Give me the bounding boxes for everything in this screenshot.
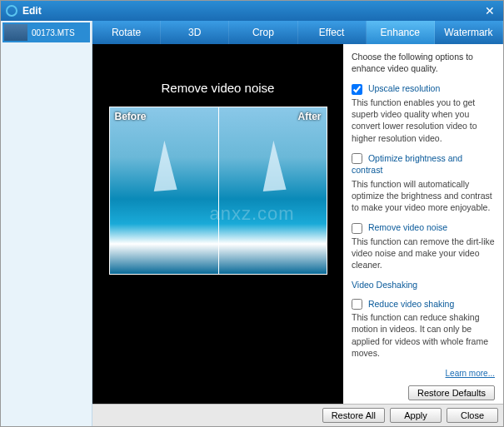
tab-crop[interactable]: Crop (229, 21, 297, 44)
close-button[interactable]: Close (447, 408, 498, 423)
tab-bar: Rotate 3D Crop Effect Enhance Watermark (92, 21, 503, 44)
before-label: Before (115, 111, 147, 122)
titlebar: Edit ✕ (1, 1, 503, 21)
sidebar: 00173.MTS (1, 21, 92, 426)
remove-noise-label: Remove video noise (368, 222, 447, 232)
before-panel: Before (110, 107, 218, 274)
preview-area: Remove video noise Before After anxz.com (92, 44, 343, 404)
reduce-shaking-checkbox[interactable] (352, 299, 362, 310)
brightness-checkbox[interactable] (352, 153, 362, 164)
remove-noise-desc: This function can remove the dirt-like v… (352, 236, 495, 271)
app-icon (6, 5, 17, 17)
upscale-checkbox[interactable] (352, 84, 362, 95)
brightness-label: Optimize brightness and contrast (352, 153, 462, 176)
apply-button[interactable]: Apply (390, 408, 442, 423)
restore-defaults-button[interactable]: Restore Defaults (408, 385, 495, 400)
window-title: Edit (22, 5, 482, 17)
before-after-compare: Before After (109, 107, 327, 275)
option-remove-noise[interactable]: Remove video noise (352, 221, 495, 234)
upscale-label: Upscale resolution (368, 83, 440, 93)
after-panel: After (218, 107, 327, 274)
close-icon[interactable]: ✕ (482, 4, 498, 17)
deshake-title: Video Deshaking (352, 279, 495, 290)
file-name: 00173.MTS (30, 28, 75, 37)
tab-3d[interactable]: 3D (161, 21, 229, 44)
tab-watermark[interactable]: Watermark (435, 21, 503, 44)
after-label: After (297, 111, 321, 122)
option-upscale[interactable]: Upscale resolution (352, 82, 495, 95)
file-thumbnail[interactable]: 00173.MTS (2, 22, 90, 42)
tab-rotate[interactable]: Rotate (92, 21, 161, 44)
brightness-desc: This function will automatically optimiz… (352, 178, 495, 214)
reduce-shaking-label: Reduce video shaking (368, 299, 454, 309)
thumbnail-image (4, 24, 27, 41)
enhance-options-panel: Choose the following options to enhance … (343, 44, 503, 404)
restore-all-button[interactable]: Restore All (322, 408, 385, 423)
preview-title: Remove video noise (162, 81, 275, 95)
upscale-desc: This function enables you to get superb … (352, 97, 495, 144)
reduce-shaking-desc: This function can reduce shaking motion … (352, 311, 495, 359)
remove-noise-checkbox[interactable] (352, 223, 362, 234)
tab-effect[interactable]: Effect (298, 21, 367, 44)
option-reduce-shaking[interactable]: Reduce video shaking (352, 298, 495, 310)
panel-intro: Choose the following options to enhance … (352, 51, 495, 74)
learn-more-link[interactable]: Learn more... (446, 369, 495, 378)
tab-enhance[interactable]: Enhance (367, 21, 435, 44)
option-brightness[interactable]: Optimize brightness and contrast (352, 152, 495, 176)
footer: Restore All Apply Close (92, 404, 503, 426)
